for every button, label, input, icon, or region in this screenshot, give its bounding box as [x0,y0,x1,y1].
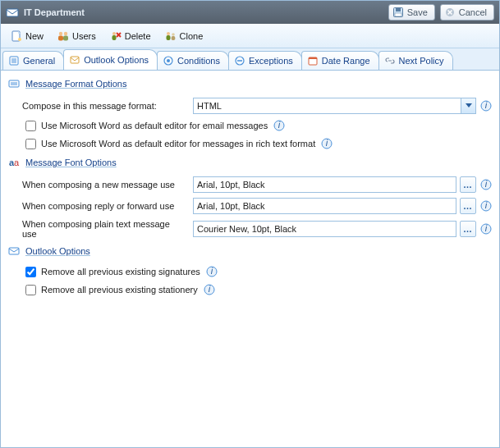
tab-outlook-options-label: Outlook Options [84,55,149,65]
tab-next-policy[interactable]: Next Policy [378,51,453,70]
cancel-label: Cancel [459,7,487,17]
svg-point-9 [18,38,21,41]
svg-point-18 [167,32,170,35]
tab-date-range[interactable]: Date Range [301,51,379,70]
users-icon [57,30,70,43]
content-area: Message Format Options Compose in this m… [1,71,499,447]
svg-rect-19 [166,35,170,40]
svg-point-20 [172,33,175,36]
general-icon [8,55,20,66]
word-rtf-info[interactable]: i [320,137,333,150]
remove-stationery-checkbox[interactable] [25,285,36,295]
svg-rect-11 [58,35,63,40]
svg-rect-3 [395,13,401,16]
font-new-browse[interactable]: … [460,176,476,193]
toolbar-delete-label: Delete [125,31,151,41]
delete-icon [109,30,122,43]
section-outlook-options-label: Outlook Options [25,246,90,256]
font-new-label: When composing a new message use [22,180,186,190]
svg-text:a: a [14,158,20,167]
section-message-format: Message Format Options [7,74,493,95]
svg-rect-21 [171,36,175,40]
svg-rect-13 [63,35,68,40]
font-new-display: Arial, 10pt, Black [193,176,456,193]
app-icon [6,6,19,19]
font-reply-browse[interactable]: … [460,198,476,214]
calendar-icon [307,55,319,66]
toolbar-clone-label: Clone [180,31,204,41]
font-new-row: When composing a new message use Arial, … [7,174,493,195]
font-plain-info[interactable]: i [479,222,493,235]
svg-point-10 [59,31,62,34]
ellipsis-icon: … [463,224,473,234]
svg-rect-51 [9,248,19,254]
titlebar: IT Department Save Cancel [1,1,499,24]
compose-format-row: Compose in this message format: HTML i [7,95,493,117]
compose-format-info[interactable]: i [479,99,493,112]
font-plain-value: Courier New, 10pt, Black [197,224,296,234]
font-reply-row: When composing reply or forward use Aria… [7,195,493,217]
clone-icon [164,30,177,43]
font-plain-label: When composing plain text message use [22,219,186,239]
toolbar-users[interactable]: Users [51,27,102,45]
font-plain-display: Courier New, 10pt, Black [193,221,456,237]
svg-rect-0 [7,9,18,16]
ellipsis-icon: … [463,180,473,190]
font-reply-label: When composing reply or forward use [22,201,186,211]
remove-stationery-label: Remove all previous existing stationery [41,285,198,295]
font-icon: aa [7,156,21,169]
svg-rect-2 [396,8,401,11]
tab-exceptions[interactable]: Exceptions [228,51,302,70]
font-reply-info[interactable]: i [479,199,493,213]
section-message-font-label: Message Font Options [25,158,117,167]
toolbar-clone[interactable]: Clone [158,27,209,45]
link-icon [384,55,396,66]
word-email-row: Use Microsoft Word as default editor for… [7,117,493,135]
ellipsis-icon: … [463,201,473,211]
compose-format-combo[interactable]: HTML [193,98,476,114]
font-reply-display: Arial, 10pt, Black [193,198,456,214]
tab-exceptions-label: Exceptions [249,56,293,66]
remove-signatures-label: Remove all previous existing signatures [41,267,200,277]
cancel-button[interactable]: Cancel [440,4,494,21]
svg-rect-32 [309,57,317,59]
word-rtf-row: Use Microsoft Word as default editor for… [7,135,493,153]
font-plain-row: When composing plain text message use Co… [7,217,493,241]
tab-bar: General Outlook Options Conditions Excep… [1,48,499,71]
font-new-value: Arial, 10pt, Black [197,180,265,190]
word-email-checkbox[interactable] [25,121,36,131]
chevron-down-icon [466,103,472,109]
remove-stationery-info[interactable]: i [203,283,216,296]
remove-signatures-row: Remove all previous existing signatures … [7,263,493,281]
remove-signatures-checkbox[interactable] [25,267,36,277]
font-reply-value: Arial, 10pt, Black [197,201,265,211]
combo-dropdown-button[interactable] [461,98,475,113]
window-title: IT Department [24,7,383,17]
font-new-info[interactable]: i [479,178,493,191]
tab-general[interactable]: General [2,51,64,70]
cancel-icon [444,7,456,18]
save-icon [392,7,404,18]
toolbar-new[interactable]: New [4,27,49,45]
outlook-icon [69,54,80,66]
toolbar-delete[interactable]: Delete [103,27,157,45]
conditions-icon [163,55,174,66]
word-email-label: Use Microsoft Word as default editor for… [41,121,268,130]
word-rtf-checkbox[interactable] [25,139,36,149]
word-email-info[interactable]: i [273,119,286,132]
toolbar-users-label: Users [72,31,96,41]
save-label: Save [407,7,428,17]
toolbar-new-label: New [25,31,44,41]
tab-next-policy-label: Next Policy [399,56,444,66]
tab-outlook-options[interactable]: Outlook Options [63,49,158,70]
svg-marker-36 [466,103,472,107]
tab-general-label: General [23,56,55,66]
save-button[interactable]: Save [388,4,435,21]
remove-signatures-info[interactable]: i [205,265,218,278]
font-plain-browse[interactable]: … [460,221,476,237]
svg-point-14 [112,32,116,35]
new-icon [10,30,23,43]
tab-conditions[interactable]: Conditions [157,51,229,70]
word-rtf-label: Use Microsoft Word as default editor for… [41,139,315,149]
tab-conditions-label: Conditions [177,56,220,66]
